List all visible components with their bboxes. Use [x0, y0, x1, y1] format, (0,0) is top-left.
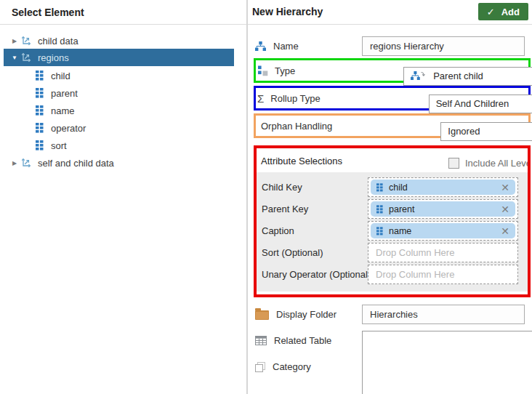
column-icon	[36, 123, 44, 133]
sort-row: Sort (Optional) Drop Column Here	[257, 243, 528, 262]
check-icon	[487, 7, 495, 17]
column-icon	[36, 105, 44, 116]
sort-label: Sort (Optional)	[262, 247, 323, 258]
tree-item-label: operator	[51, 123, 86, 134]
type-row-annotation-green: Type Parent child	[254, 58, 531, 83]
related-table-row: Related Table	[255, 331, 331, 350]
type-value: Parent child	[433, 71, 483, 81]
left-panel-title: Select Element	[12, 7, 84, 18]
tree-item-self-and-child-data[interactable]: self and child data	[0, 154, 234, 172]
tree-item-label: parent	[51, 88, 78, 99]
table-grid-icon	[255, 336, 267, 345]
tree-item-name-column[interactable]: name	[0, 102, 234, 119]
left-header-divider	[0, 24, 246, 25]
attribute-selections-annotation-red: Attribute Selections Include All Level C…	[254, 145, 531, 297]
select-element-panel: Select Element child data regions	[0, 0, 246, 394]
name-label: Name	[273, 41, 299, 52]
attribute-selections-title: Attribute Selections	[261, 156, 342, 166]
chip-label: name	[389, 226, 411, 236]
display-folder-label: Display Folder	[276, 309, 336, 320]
caption-row: Caption name	[257, 221, 528, 241]
unary-operator-label: Unary Operator (Optional)	[262, 269, 371, 280]
chevron-down-icon[interactable]	[10, 55, 19, 61]
chip-label: child	[389, 182, 408, 193]
rollup-type-value: Self And Children	[436, 98, 509, 109]
new-hierarchy-panel: New Hierarchy Add Name	[248, 0, 532, 394]
parent-key-chip[interactable]: parent	[371, 201, 515, 217]
type-dropdown[interactable]: Parent child	[403, 67, 532, 86]
add-button-label: Add	[501, 7, 520, 17]
tree-item-parent-column[interactable]: parent	[0, 84, 234, 102]
tree-item-label: child	[51, 71, 70, 81]
remove-icon[interactable]	[501, 182, 509, 193]
sigma-icon	[257, 92, 264, 105]
include-all-level-checkbox[interactable]	[448, 158, 459, 169]
rollup-row-annotation-blue: Rollup Type Self And Children	[254, 86, 531, 110]
child-key-dropzone[interactable]: child	[368, 177, 518, 197]
tree-item-regions[interactable]: regions	[4, 49, 234, 66]
caption-label: Caption	[262, 225, 294, 236]
caption-dropzone[interactable]: name	[368, 221, 518, 241]
category-pages-icon	[255, 362, 265, 372]
chevron-right-icon[interactable]	[10, 38, 19, 44]
child-key-row: Child Key child	[257, 177, 528, 197]
hierarchy-icon	[255, 41, 266, 52]
name-field-wrap	[362, 36, 525, 56]
child-key-chip[interactable]: child	[371, 180, 515, 195]
parent-child-icon	[411, 71, 425, 81]
name-input[interactable]	[362, 36, 525, 56]
tree-item-child-data[interactable]: child data	[0, 32, 234, 49]
category-row: Category	[255, 357, 311, 377]
column-icon	[376, 183, 383, 192]
column-icon	[36, 140, 44, 150]
column-icon	[36, 88, 44, 98]
type-label: Type	[275, 65, 295, 76]
sort-dropzone[interactable]: Drop Column Here	[368, 243, 518, 262]
rollup-type-dropdown[interactable]: Self And Children	[429, 95, 532, 113]
unary-operator-row: Unary Operator (Optional) Drop Column He…	[257, 265, 528, 284]
chevron-right-icon[interactable]	[10, 160, 19, 166]
display-folder-input[interactable]	[362, 305, 525, 324]
unary-operator-dropzone[interactable]: Drop Column Here	[368, 265, 518, 284]
child-key-label: Child Key	[262, 182, 302, 193]
category-label: Category	[273, 361, 311, 372]
table-icon	[20, 35, 32, 47]
tree-item-label: self and child data	[38, 158, 114, 169]
folder-icon	[255, 309, 269, 320]
attribute-selections-body: Child Key child	[257, 172, 528, 292]
include-all-level-option: Include All Level	[448, 158, 531, 169]
column-icon	[376, 227, 383, 236]
display-folder-row: Display Folder	[255, 305, 336, 324]
related-table-label: Related Table	[274, 335, 331, 346]
drop-column-placeholder: Drop Column Here	[368, 269, 454, 280]
tree-item-sort-column[interactable]: sort	[0, 137, 234, 154]
tree-item-label: regions	[38, 52, 69, 63]
add-button[interactable]: Add	[478, 3, 528, 20]
display-folder-field-wrap	[362, 305, 525, 324]
page-title: New Hierarchy	[252, 6, 323, 17]
remove-icon[interactable]	[501, 204, 509, 214]
column-icon	[376, 205, 383, 214]
table-icon	[20, 52, 32, 63]
parent-key-row: Parent Key parent	[257, 199, 528, 219]
name-row: Name	[255, 36, 299, 56]
chip-label: parent	[389, 204, 414, 214]
parent-key-dropzone[interactable]: parent	[368, 199, 518, 219]
orphan-handling-dropdown[interactable]: Ignored	[440, 122, 532, 141]
orphan-handling-label: Orphan Handling	[261, 121, 332, 132]
tree-item-label: child data	[38, 36, 78, 47]
orphan-handling-value: Ignored	[448, 126, 480, 137]
remove-icon[interactable]	[501, 226, 509, 236]
table-icon	[20, 157, 32, 169]
hierarchy-editor-window: Select Element child data regions	[0, 0, 532, 394]
parent-key-label: Parent Key	[262, 204, 308, 214]
column-icon	[36, 71, 44, 81]
drop-column-placeholder: Drop Column Here	[368, 247, 454, 258]
rollup-type-label: Rollup Type	[270, 93, 320, 104]
tree-item-child-column[interactable]: child	[0, 67, 234, 84]
hierarchy-type-icon	[257, 65, 268, 76]
caption-chip[interactable]: name	[371, 223, 515, 238]
orphan-row-annotation-orange: Orphan Handling Ignored	[254, 113, 531, 138]
related-table-dropdown[interactable]: regions	[362, 331, 532, 394]
tree-item-operator-column[interactable]: operator	[0, 119, 234, 137]
